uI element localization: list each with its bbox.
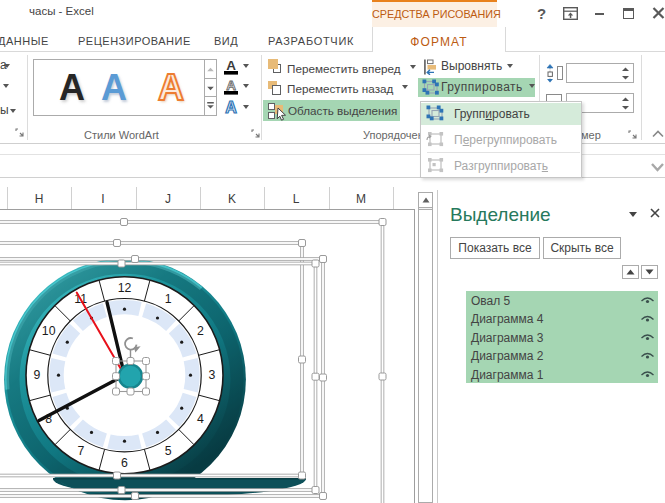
svg-text:A: A (226, 58, 236, 73)
svg-text:6: 6 (121, 456, 128, 470)
svg-text:3: 3 (209, 368, 216, 382)
svg-text:A: A (226, 78, 236, 93)
svg-text:5: 5 (165, 444, 172, 458)
svg-text:7: 7 (77, 444, 84, 458)
svg-text:12: 12 (118, 281, 132, 295)
svg-text:1: 1 (165, 292, 172, 306)
svg-text:9: 9 (34, 368, 41, 382)
svg-text:10: 10 (42, 324, 56, 338)
svg-text:2: 2 (197, 324, 204, 338)
svg-text:A: A (225, 99, 237, 116)
svg-text:4: 4 (197, 412, 204, 426)
